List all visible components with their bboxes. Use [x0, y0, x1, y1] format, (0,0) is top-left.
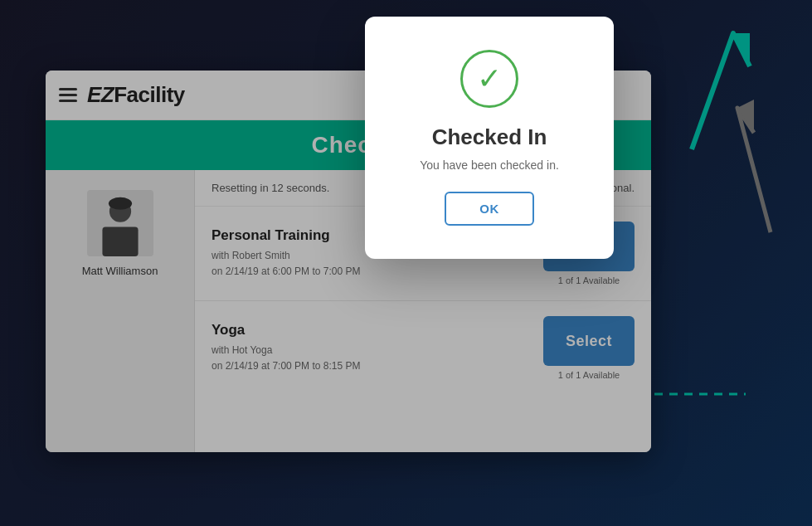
logo-facility: Facility: [114, 82, 185, 107]
availability-yoga: 1 of 1 Available: [558, 370, 620, 380]
hamburger-menu-icon[interactable]: [59, 88, 77, 102]
logo: EZFacility: [87, 82, 185, 108]
class-schedule-personal-training: on 2/14/19 at 6:00 PM to 7:00 PM: [212, 264, 543, 280]
resetting-text: Resetting in 12 seconds.: [212, 182, 329, 194]
class-schedule-yoga: on 2/14/19 at 7:00 PM to 8:15 PM: [212, 358, 543, 374]
class-info-yoga: Yoga with Hot Yoga on 2/14/19 at 7:00 PM…: [212, 322, 543, 374]
ok-button[interactable]: OK: [445, 192, 534, 226]
checkmark-icon: ✓: [477, 64, 502, 94]
class-instructor-yoga: with Hot Yoga: [212, 343, 543, 358]
check-circle: ✓: [460, 50, 518, 108]
modal-title: Checked In: [406, 124, 572, 150]
select-button-yoga[interactable]: Select: [543, 316, 635, 366]
gray-arrow-decoration: [721, 83, 787, 252]
svg-point-5: [108, 197, 131, 210]
class-name-yoga: Yoga: [212, 322, 543, 338]
checkin-modal: ✓ Checked In You have been checked in. O…: [365, 17, 614, 259]
avatar: [87, 190, 153, 256]
teal-arrow-decoration: [675, 17, 758, 169]
svg-marker-0: [733, 33, 750, 66]
logo-ez: EZ: [87, 82, 114, 107]
user-sidebar: Matt Williamson: [46, 170, 195, 452]
user-name: Matt Williamson: [82, 265, 158, 277]
svg-rect-4: [102, 226, 138, 256]
class-card-yoga: Yoga with Hot Yoga on 2/14/19 at 7:00 PM…: [195, 301, 651, 395]
availability-personal-training: 1 of 1 Available: [558, 275, 620, 285]
select-btn-wrapper-yoga: Select 1 of 1 Available: [543, 316, 635, 380]
modal-message: You have been checked in.: [406, 158, 572, 172]
svg-marker-1: [737, 100, 754, 133]
